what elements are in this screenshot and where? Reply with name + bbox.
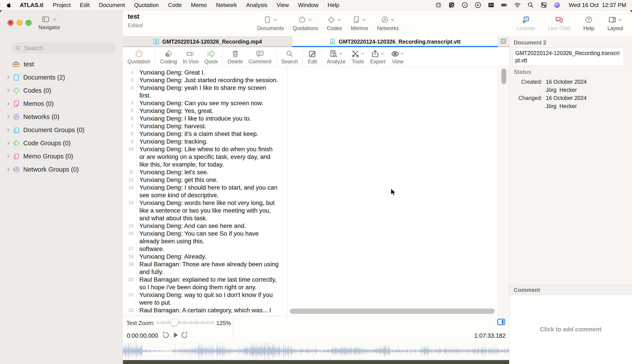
toolbar-right-button[interactable]: Layout bbox=[606, 15, 624, 31]
transcript-line[interactable]: 9 Yunxiang Deng: tracking. bbox=[123, 138, 288, 145]
spotlight-icon[interactable] bbox=[527, 2, 534, 8]
video-panel[interactable] bbox=[288, 67, 498, 316]
entity-dropdown-button[interactable]: Memos bbox=[350, 15, 369, 31]
doc-toolbar-button[interactable]: Quick bbox=[201, 49, 221, 65]
screen-record-icon[interactable] bbox=[448, 2, 455, 8]
transcript-line[interactable]: 21 Yunxiang Deng: way to quit so I don't… bbox=[123, 291, 288, 306]
sidebar-tree-item[interactable]: Documents (2) bbox=[0, 71, 123, 84]
sidebar-tree-item[interactable]: Memos (0) bbox=[0, 97, 123, 110]
transcript-line[interactable]: 22 Raul Barragan: A certain category, wh… bbox=[123, 306, 288, 314]
doc-toolbar-button[interactable]: Coding bbox=[157, 49, 180, 65]
battery-icon[interactable] bbox=[501, 2, 508, 8]
app-menu-title[interactable]: ATLAS.ti bbox=[15, 2, 48, 8]
control-center-icon[interactable] bbox=[540, 2, 547, 8]
transcript-line[interactable]: 20 Raul Barragan: explained to me last t… bbox=[123, 276, 288, 291]
disclosure-chevron-icon[interactable] bbox=[6, 140, 11, 146]
menu-item[interactable]: Code bbox=[163, 2, 186, 8]
doc-toolbar-button[interactable]: Delete bbox=[225, 49, 246, 65]
entity-dropdown-button[interactable]: Documents bbox=[256, 15, 285, 31]
transcript-line[interactable]: 7 Yunxiang Deng: harvest. bbox=[123, 122, 288, 130]
transcript-line[interactable]: 1 Yunxiang Deng: Great I. bbox=[123, 68, 288, 76]
disclosure-chevron-icon[interactable] bbox=[6, 167, 11, 172]
transcript-line[interactable]: 19 Raul Barragan: Those are have already… bbox=[123, 260, 288, 276]
transcript-line[interactable]: 16 Yunxiang Deng: You can see So if you … bbox=[123, 230, 288, 245]
minimize-window-button[interactable] bbox=[17, 20, 23, 26]
doc-toolbar-button[interactable]: View bbox=[388, 49, 407, 65]
transcript-line[interactable]: 4 Yunxiang Deng: Can you see my screen n… bbox=[123, 99, 288, 107]
transcript-line[interactable]: 12 Yunxiang Deng: get this one. bbox=[123, 176, 288, 184]
doc-toolbar-button[interactable]: Edit bbox=[305, 49, 320, 65]
document-name-field[interactable]: GMT20220124-120326_Recording.transcript.… bbox=[512, 48, 624, 66]
transcript-line[interactable]: 14 Yunxiang Deng: words here like not ve… bbox=[123, 199, 288, 222]
transcript-line[interactable]: 6 Yunxiang Deng: I like to introduce you… bbox=[123, 114, 288, 122]
horizontal-scrollbar[interactable] bbox=[290, 308, 495, 314]
loop-button[interactable] bbox=[180, 331, 188, 339]
sidebar-tree-item[interactable]: Document Groups (0) bbox=[0, 124, 123, 136]
doc-toolbar-button[interactable]: In Vivo bbox=[180, 49, 201, 65]
transcript-line[interactable]: 8 Yunxiang Deng: it's a claim sheet that… bbox=[123, 130, 288, 138]
apple-menu-icon[interactable] bbox=[6, 2, 12, 8]
doc-toolbar-button[interactable]: Export bbox=[367, 49, 388, 65]
menu-item[interactable]: Quotation bbox=[129, 2, 163, 8]
doc-toolbar-button[interactable]: Tools bbox=[348, 49, 367, 65]
menu-item[interactable]: View bbox=[272, 2, 293, 8]
sidebar-tree-item[interactable]: Network Groups (0) bbox=[0, 163, 123, 176]
transcript-line[interactable]: 11 Yunxiang Deng: let's see. bbox=[123, 168, 288, 176]
transcript-panel[interactable]: 1 Yunxiang Deng: Great I. 2 Yunxiang Den… bbox=[123, 67, 288, 316]
sidebar-tree-item[interactable]: Networks (0) bbox=[0, 110, 123, 124]
menu-item[interactable]: Help bbox=[323, 2, 344, 8]
search-input[interactable] bbox=[24, 44, 112, 52]
transcript-line[interactable]: 18 Yunxiang Deng: Already. bbox=[123, 253, 288, 260]
app-placeholder-icon[interactable] bbox=[435, 2, 442, 8]
audio-waveform[interactable] bbox=[123, 342, 509, 360]
doc-toolbar-button[interactable]: Analyze bbox=[324, 49, 348, 65]
panel-toggle-icon[interactable] bbox=[497, 318, 506, 326]
entity-dropdown-button[interactable]: Networks bbox=[376, 15, 400, 31]
menu-item[interactable]: Memo bbox=[186, 2, 211, 8]
transcript-line[interactable]: 17 software. bbox=[123, 245, 288, 253]
menu-item[interactable]: Network bbox=[211, 2, 241, 8]
sidebar-search-field[interactable] bbox=[12, 42, 115, 54]
vertical-scrollbar-track[interactable] bbox=[498, 67, 509, 316]
menu-item[interactable]: Document bbox=[94, 2, 130, 8]
toolbar-right-button[interactable]: ? Help bbox=[582, 15, 595, 31]
menu-bar-clock[interactable]: Wed 16 Oct 12:37 PM bbox=[569, 2, 626, 8]
transcript-line[interactable]: 5 Yunxiang Deng: Yes, great. bbox=[123, 107, 288, 114]
transcript-line[interactable]: 3 Yunxiang Deng: yeah I like to share my… bbox=[123, 84, 288, 99]
disclosure-chevron-icon[interactable] bbox=[6, 101, 11, 106]
toolbar-right-button[interactable]: License bbox=[515, 15, 536, 31]
play-button[interactable] bbox=[172, 331, 179, 339]
text-zoom-slider[interactable] bbox=[157, 318, 214, 327]
sidebar-tree-item[interactable]: Memo Groups (0) bbox=[0, 150, 123, 163]
vertical-scrollbar-thumb[interactable] bbox=[501, 68, 506, 84]
siri-icon[interactable] bbox=[554, 2, 560, 8]
input-source-icon[interactable] bbox=[488, 2, 494, 8]
entity-dropdown-button[interactable]: Codes bbox=[325, 15, 343, 31]
transcript-line[interactable]: 15 Yunxiang Deng: And can see here and. bbox=[123, 222, 288, 230]
disclosure-chevron-icon[interactable] bbox=[6, 154, 11, 159]
playhead-marker[interactable] bbox=[123, 360, 124, 363]
doc-toolbar-button[interactable]: ” Quotation bbox=[125, 49, 153, 65]
sidebar-tree-item[interactable]: Codes (0) bbox=[0, 84, 123, 97]
wifi-icon[interactable] bbox=[514, 2, 521, 8]
menu-item[interactable]: Edit bbox=[75, 2, 94, 8]
disclosure-chevron-icon[interactable] bbox=[6, 114, 11, 120]
entity-dropdown-button[interactable]: ” Quotations bbox=[291, 15, 319, 31]
menu-item[interactable]: Analysis bbox=[242, 2, 272, 8]
navigator-control[interactable]: Navigator bbox=[31, 16, 68, 30]
close-window-button[interactable] bbox=[8, 20, 14, 26]
add-panel-button[interactable] bbox=[498, 36, 509, 46]
menu-item[interactable]: Project bbox=[48, 2, 75, 8]
transcript-line[interactable]: 13 Yunxiang Deng: I should here to start… bbox=[123, 184, 288, 199]
transcript-line[interactable]: 10 Yunxiang Deng: Like whew to do when y… bbox=[123, 145, 288, 168]
creative-cloud-icon[interactable]: ∞ bbox=[462, 2, 468, 8]
transcript-line[interactable]: 2 Yunxiang Deng: Just started recording … bbox=[123, 76, 288, 84]
doc-toolbar-button[interactable]: Comment bbox=[246, 49, 274, 65]
rewind-button[interactable] bbox=[162, 331, 170, 339]
comment-editor[interactable]: Click to add comment bbox=[509, 295, 632, 364]
toolbar-right-button[interactable]: Live Chat bbox=[547, 15, 571, 31]
doc-toolbar-button[interactable]: Search bbox=[279, 49, 301, 65]
menu-item[interactable]: Window bbox=[293, 2, 323, 8]
disclosure-chevron-icon[interactable] bbox=[6, 127, 11, 132]
project-item[interactable]: test bbox=[12, 60, 34, 68]
